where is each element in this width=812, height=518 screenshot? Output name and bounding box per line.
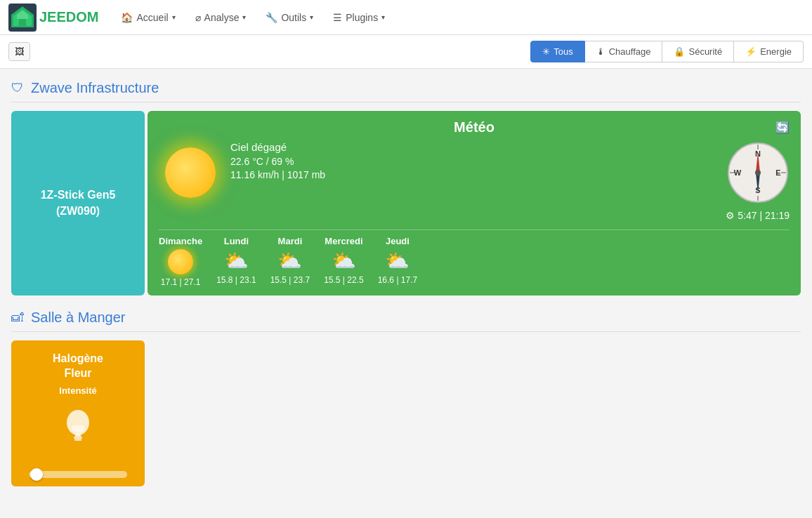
nav-accueil-label: Accueil [136,12,168,23]
day-3-name: Mercredi [325,236,362,246]
forecast-row: Dimanche 17.1 | 27.1 Lundi ⛅ 15.8 | 23.1… [159,230,790,287]
forecast-day-4: Jeudi ⛅ 16.6 | 17.7 [378,236,418,287]
shield-icon: 🛡 [11,81,24,95]
meteo-card: Météo 🔄 Ciel dégagé 22.6 °C / 69 % 11.16… [148,111,801,295]
nav-plugins[interactable]: ☰ Plugins ▾ [325,6,393,29]
day-1-name: Lundi [224,236,249,246]
nav-plugins-label: Plugins [346,12,378,23]
light-bulb-icon [61,406,95,448]
forecast-cloud-icon-4: ⛅ [385,249,410,272]
filter-securite-label: Sécurité [688,46,722,57]
filter-chauffage[interactable]: 🌡 Chauffage [585,41,663,62]
zwave-section-header: 🛡 Zwave Infrastructure [11,80,801,102]
wrench-icon: 🔧 [266,12,277,23]
thermometer-icon: 🌡 [596,46,605,57]
sofa-icon: 🛋 [11,310,24,325]
chevron-down-icon: ▾ [172,13,176,21]
nav-outils-label: Outils [281,12,306,23]
filter-securite[interactable]: 🔒 Sécurité [662,41,734,62]
nav-items: 🏠 Accueil ▾ ⌀ Analyse ▾ 🔧 Outils ▾ ☰ Plu… [112,6,393,29]
jeedom-logo [8,4,37,32]
nav-accueil[interactable]: 🏠 Accueil ▾ [112,6,183,29]
day-2-name: Mardi [278,236,303,246]
refresh-icon[interactable]: 🔄 [775,121,790,134]
home-icon: 🏠 [121,12,133,23]
forecast-cloud-icon-3: ⛅ [332,249,356,272]
svg-text:W: W [733,168,741,177]
filter-energie[interactable]: ⚡ Energie [734,41,804,62]
day-0-name: Dimanche [159,236,202,246]
svg-rect-20 [74,439,81,441]
svg-rect-19 [74,437,82,439]
sun-icon [165,147,216,198]
plugins-icon: ☰ [333,12,342,23]
zstick-card-inner: 1Z-Stick Gen5(ZW090) [30,176,127,230]
filter-chauffage-label: Chauffage [609,46,651,57]
day-3-temps: 15.5 | 22.5 [324,275,364,285]
nav-analyse-label: Analyse [204,12,240,23]
sun-times: ⚙ 5:47 | 21:19 [726,210,790,221]
lock-icon: 🔒 [674,46,685,57]
filter-tous[interactable]: ✳ Tous [530,41,584,62]
meteo-title: Météo [454,119,495,135]
halogen-title: HalogèneFleur [53,352,103,381]
svg-text:E: E [775,168,780,177]
meteo-compass-area: N S W E ⚙ 5:47 | 21:19 [726,141,790,221]
svg-rect-18 [75,434,81,437]
chevron-down-icon: ▾ [310,13,313,21]
forecast-day-3: Mercredi ⛅ 15.5 | 22.5 [324,236,364,287]
lamp-icon [61,406,95,456]
lightning-icon: ⚡ [745,46,757,57]
zwave-section-title: Zwave Infrastructure [31,80,159,96]
brand-name: JEEDOM [39,9,98,25]
forecast-day-0: Dimanche 17.1 | 27.1 [159,236,202,287]
salle-cards-row: HalogèneFleur Intensité [11,340,801,486]
day-0-temps: 17.1 | 27.1 [161,277,201,287]
brand: JEEDOM [8,4,98,32]
meteo-info: Ciel dégagé 22.6 °C / 69 % 11.16 km/h | … [230,141,717,180]
navbar: JEEDOM 🏠 Accueil ▾ ⌀ Analyse ▾ 🔧 Outils … [0,0,812,35]
day-4-name: Jeudi [386,236,410,246]
day-1-temps: 15.8 | 23.1 [216,275,256,285]
gear-icon: ⚙ [726,210,735,221]
compass-icon: N S W E [726,141,790,204]
zwave-cards-row: 1Z-Stick Gen5(ZW090) Météo 🔄 Ciel dégagé… [11,111,801,295]
forecast-sun-icon-0 [168,249,193,274]
chevron-down-icon: ▾ [242,13,246,21]
forecast-cloud-icon-1: ⛅ [224,249,249,272]
image-button[interactable]: 🖼 [8,42,30,61]
zstick-title: 1Z-Stick Gen5(ZW090) [41,187,116,219]
meteo-wind: 11.16 km/h | 1017 mb [230,169,717,180]
nav-analyse[interactable]: ⌀ Analyse ▾ [187,6,255,29]
forecast-day-1: Lundi ⛅ 15.8 | 23.1 [216,236,256,287]
svg-rect-3 [19,19,26,26]
intensity-slider-track[interactable] [29,471,127,478]
forecast-day-2: Mardi ⛅ 15.5 | 23.7 [270,236,310,287]
toolbar: 🖼 ✳ Tous 🌡 Chauffage 🔒 Sécurité ⚡ Energi… [0,35,812,69]
halogen-subtitle: Intensité [59,385,96,396]
meteo-sky: Ciel dégagé [230,141,717,153]
filter-energie-label: Energie [760,46,792,57]
svg-point-16 [755,170,761,175]
filter-buttons: ✳ Tous 🌡 Chauffage 🔒 Sécurité ⚡ Energie [530,41,804,62]
day-4-temps: 16.6 | 17.7 [378,275,418,285]
halogen-card[interactable]: HalogèneFleur Intensité [11,340,145,486]
nav-outils[interactable]: 🔧 Outils ▾ [257,6,322,29]
zstick-card[interactable]: 1Z-Stick Gen5(ZW090) [11,111,145,295]
salle-section-title: Salle à Manger [31,310,126,326]
day-2-temps: 15.5 | 23.7 [270,275,310,285]
intensity-slider-thumb[interactable] [30,468,43,481]
content: 🛡 Zwave Infrastructure 1Z-Stick Gen5(ZW0… [0,69,812,512]
asterisk-icon: ✳ [542,46,550,57]
filter-tous-label: Tous [554,46,572,57]
salle-section-header: 🛋 Salle à Manger [11,310,801,332]
chevron-down-icon: ▾ [381,13,385,21]
analyse-icon: ⌀ [195,12,201,23]
meteo-temp: 22.6 °C / 69 % [230,156,717,167]
sunrise-sunset-time: 5:47 | 21:19 [738,210,790,221]
forecast-cloud-icon-2: ⛅ [277,249,302,272]
